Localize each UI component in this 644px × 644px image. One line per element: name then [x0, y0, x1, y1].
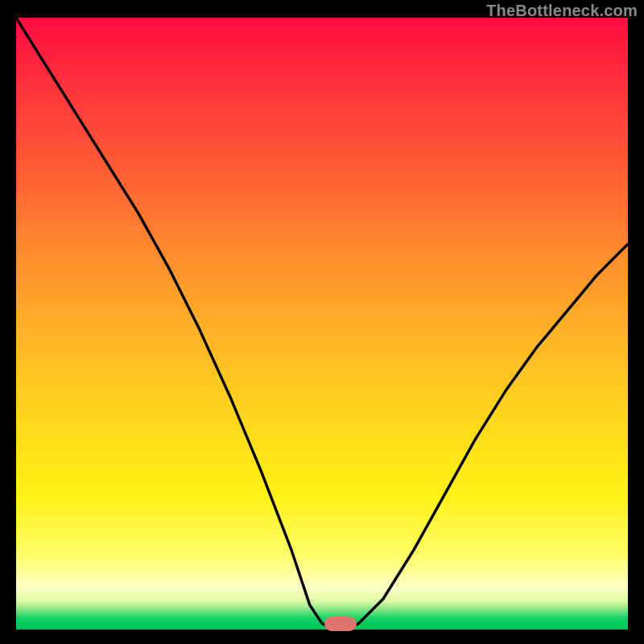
- watermark-text: TheBottleneck.com: [486, 2, 638, 20]
- chart-container: TheBottleneck.com: [0, 0, 644, 644]
- curve-path: [16, 18, 628, 630]
- plot-area: [16, 18, 628, 630]
- bottleneck-curve: [16, 18, 628, 630]
- minimum-marker: [324, 617, 357, 631]
